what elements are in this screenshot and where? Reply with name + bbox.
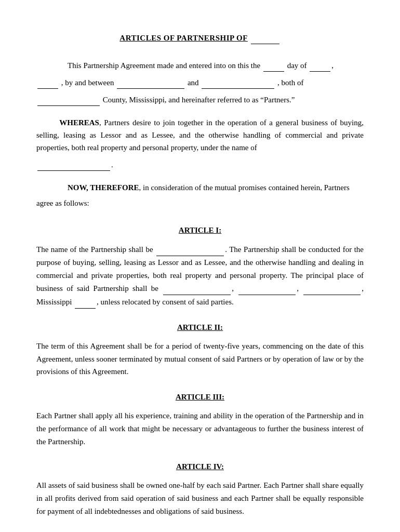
blank-zip	[75, 295, 96, 309]
blank-address1	[163, 282, 231, 295]
article-2-body: The term of this Agreement shall be for …	[36, 340, 364, 378]
intro-by-text: , by and between	[61, 78, 114, 87]
blank-address2	[238, 282, 296, 295]
blank-address3	[303, 282, 361, 295]
article-4-heading: ARTICLE IV:	[36, 460, 364, 473]
blank-business-name	[37, 158, 110, 171]
article-4-section: ARTICLE IV: All assets of said business …	[36, 460, 364, 517]
intro-line1-text: This Partnership Agreement made and ente…	[68, 61, 260, 70]
whereas-name-line: .	[36, 158, 364, 171]
now-label: NOW, THEREFORE	[68, 183, 139, 192]
title-blank	[251, 31, 279, 44]
intro-and-text: and	[188, 78, 199, 87]
blank-partnership-name	[156, 243, 224, 256]
agree-text: agree as follows:	[36, 197, 364, 209]
article-2-heading: ARTICLE II:	[36, 321, 364, 334]
intro-both-text: , both of	[277, 78, 303, 87]
document-title: ARTICLES OF PARTNERSHIP OF	[119, 34, 248, 42]
title-section: ARTICLES OF PARTNERSHIP OF	[36, 31, 364, 44]
article-1-heading: ARTICLE I:	[36, 224, 364, 236]
article-1-title: ARTICLE I:	[179, 226, 221, 234]
article-4-title: ARTICLE IV:	[176, 462, 224, 471]
intro-county-text: County, Mississippi, and hereinafter ref…	[103, 96, 295, 104]
article-4-body: All assets of said business shall be own…	[36, 479, 364, 517]
now-therefore-text: NOW, THEREFORE, in consideration of the …	[36, 181, 364, 194]
intro-day-label: day of	[287, 61, 307, 70]
blank-county	[37, 93, 100, 106]
intro-line3: County, Mississippi, and hereinafter ref…	[36, 93, 364, 106]
document: ARTICLES OF PARTNERSHIP OF This Partners…	[36, 31, 364, 518]
blank-day	[263, 59, 284, 72]
intro-line2: , by and between and , both of	[36, 76, 364, 89]
article-3-body: Each Partner shall apply all his experie…	[36, 409, 364, 448]
whereas-section: WHEREAS, Partners desire to join togethe…	[36, 116, 364, 171]
whereas-text: WHEREAS, Partners desire to join togethe…	[36, 116, 364, 154]
article-3-section: ARTICLE III: Each Partner shall apply al…	[36, 391, 364, 448]
article-3-title: ARTICLE III:	[176, 393, 224, 401]
article-1-body: The name of the Partnership shall be . T…	[36, 243, 364, 309]
blank-partner1	[117, 76, 184, 89]
now-therefore-section: NOW, THEREFORE, in consideration of the …	[36, 181, 364, 209]
article-1-section: ARTICLE I: The name of the Partnership s…	[36, 224, 364, 309]
article-2-section: ARTICLE II: The term of this Agreement s…	[36, 321, 364, 378]
intro-paragraph: This Partnership Agreement made and ente…	[68, 59, 364, 72]
blank-month	[310, 59, 330, 72]
article-2-title: ARTICLE II:	[177, 323, 223, 331]
whereas-label: WHEREAS	[59, 118, 99, 127]
blank-partner2	[202, 76, 274, 89]
article-3-heading: ARTICLE III:	[36, 391, 364, 403]
blank-prefix	[37, 76, 58, 89]
